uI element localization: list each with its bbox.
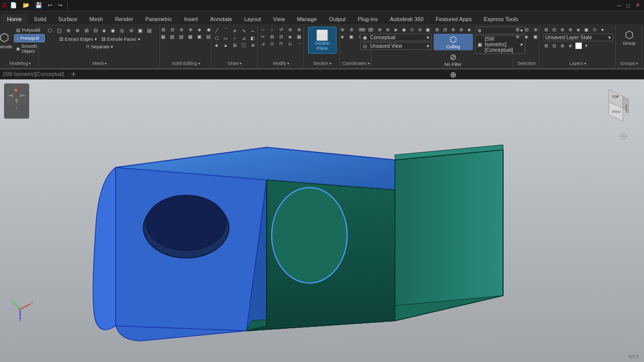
- solid-edit-btn-8[interactable]: ▧: [169, 34, 177, 40]
- draw-btn-9[interactable]: ⊿: [240, 35, 248, 41]
- section-plane-button[interactable]: ⬜ Section Plane: [308, 27, 337, 54]
- solid-edit-btn-11[interactable]: ▣: [196, 34, 204, 40]
- solid-edit-btn-2[interactable]: ⊟: [169, 27, 177, 33]
- mod-btn-14[interactable]: ⊔: [286, 41, 294, 47]
- draw-panel-label[interactable]: Draw: [228, 60, 242, 66]
- view-icon-14[interactable]: ◈: [466, 27, 473, 33]
- coord-btn-6[interactable]: ▣: [348, 34, 356, 40]
- draw-btn-12[interactable]: ▲: [222, 42, 230, 48]
- tab-solid[interactable]: Solid: [28, 14, 52, 24]
- solid-editing-panel-label[interactable]: Solid Editing: [172, 60, 200, 66]
- mesh-icon-7[interactable]: ◈: [100, 27, 108, 34]
- mod-btn-9[interactable]: ◈: [286, 34, 294, 40]
- layer-icon-7[interactable]: ⊙: [591, 27, 598, 33]
- section-panel-label[interactable]: Section: [313, 60, 331, 66]
- tab-autodesk360[interactable]: Autodesk 360: [384, 14, 430, 24]
- extrude-button[interactable]: ⬡ Extrude: [0, 28, 13, 54]
- mod-btn-15[interactable]: ⋯: [295, 41, 303, 47]
- unsaved-view-dropdown[interactable]: ◎ Unsaved View ▾: [360, 42, 432, 50]
- mesh-icon-2[interactable]: ◫: [55, 27, 63, 34]
- mod-btn-5[interactable]: ⊗: [295, 27, 303, 33]
- mesh-icon-10[interactable]: ⊜: [127, 27, 135, 34]
- no-filter-button[interactable]: ⊘ No Filter: [434, 51, 473, 68]
- view-icon-4[interactable]: ⊗: [384, 27, 391, 33]
- mod-btn-7[interactable]: ⊞: [268, 34, 276, 40]
- layer-icon-5[interactable]: ◈: [575, 27, 582, 33]
- tab-surface[interactable]: Surface: [52, 14, 84, 24]
- solid-edit-btn-12[interactable]: ▤: [205, 34, 213, 40]
- extract-edges-button[interactable]: ⚄ Extract Edges ▾: [57, 36, 99, 43]
- draw-btn-2[interactable]: ⌒: [222, 27, 230, 34]
- nav-icon[interactable]: ✛: [71, 71, 76, 78]
- mod-btn-10[interactable]: ▦: [295, 34, 303, 40]
- sel-btn-2[interactable]: ⊟: [523, 27, 531, 33]
- mod-btn-3[interactable]: ↺: [277, 27, 285, 33]
- qat-btn-open[interactable]: 📂: [21, 2, 32, 9]
- mod-btn-1[interactable]: ↔: [259, 27, 267, 33]
- viewport[interactable]: X Y Z N ↑ TOP RG: [0, 79, 644, 362]
- sel-btn-3[interactable]: ⊕: [532, 27, 540, 33]
- tab-featured[interactable]: Featured Apps: [430, 14, 478, 24]
- tab-express[interactable]: Express Tools: [478, 14, 524, 24]
- mesh-icon-6[interactable]: ⊟: [92, 27, 100, 34]
- layer-color-expand[interactable]: ▾: [583, 43, 590, 49]
- draw-btn-13[interactable]: ⊞: [231, 42, 239, 48]
- draw-btn-15[interactable]: ⊗: [249, 42, 257, 48]
- view-icon-8[interactable]: ⊜: [417, 27, 424, 33]
- view-icon-11[interactable]: ⊟: [442, 27, 449, 33]
- modeling-panel-label[interactable]: Modeling: [10, 60, 31, 66]
- tab-mesh[interactable]: Mesh: [84, 14, 109, 24]
- tab-parametric[interactable]: Parametric: [139, 14, 178, 24]
- culling-button[interactable]: ⬡ Culling: [434, 34, 473, 50]
- draw-btn-8[interactable]: ○: [231, 35, 239, 41]
- qat-btn-undo[interactable]: ↩: [46, 2, 54, 9]
- layer-icon-12[interactable]: ⊗: [567, 43, 574, 49]
- nav-wheel[interactable]: ⊕: [619, 130, 628, 143]
- modify-panel-label[interactable]: Modify: [273, 60, 289, 66]
- layer-icon-3[interactable]: ⊕: [559, 27, 566, 33]
- mod-btn-2[interactable]: ↕: [268, 27, 276, 33]
- view-icon-9[interactable]: ▣: [425, 27, 432, 33]
- mesh-panel-label[interactable]: Mesh: [93, 60, 107, 66]
- tab-home[interactable]: Home: [1, 14, 28, 24]
- draw-btn-14[interactable]: ⬛: [240, 42, 248, 48]
- mesh-icon-5[interactable]: ⊞: [83, 27, 91, 34]
- coord-btn-5[interactable]: ◈: [339, 34, 347, 40]
- mesh-icon-12[interactable]: ▤: [145, 27, 153, 34]
- solid-edit-btn-1[interactable]: ⊞: [159, 27, 168, 33]
- solid-edit-btn-5[interactable]: ◈: [196, 27, 204, 33]
- layer-icon-8[interactable]: ●: [599, 27, 606, 33]
- solid-edit-btn-4[interactable]: ⊗: [187, 27, 195, 33]
- tab-output[interactable]: Output: [323, 14, 352, 24]
- layer-state-dropdown[interactable]: Unsaved Layer State ▾: [543, 34, 613, 41]
- solid-edit-btn-6[interactable]: ◉: [205, 27, 213, 33]
- draw-btn-3[interactable]: ⌀: [231, 27, 239, 34]
- mod-btn-11[interactable]: ⊿: [259, 41, 267, 47]
- qat-btn-save[interactable]: 💾: [33, 2, 44, 9]
- layer-icon-2[interactable]: ⊟: [551, 27, 558, 33]
- draw-btn-1[interactable]: ╱: [213, 27, 221, 34]
- sel-btn-1[interactable]: ⊞: [514, 27, 522, 33]
- qat-btn-redo[interactable]: ↪: [56, 2, 64, 9]
- view-icon-13[interactable]: ⊗: [458, 27, 465, 33]
- solid-edit-btn-10[interactable]: ▩: [187, 34, 195, 40]
- tab-manage[interactable]: Manage: [291, 14, 323, 24]
- tab-layout[interactable]: Layout: [238, 14, 267, 24]
- solid-edit-btn-7[interactable]: ▦: [159, 34, 168, 40]
- view-icon-7[interactable]: ⊙: [409, 27, 416, 33]
- sel-btn-6[interactable]: ▣: [532, 34, 540, 40]
- layer-icon-1[interactable]: ⊞: [543, 27, 550, 33]
- draw-btn-10[interactable]: ◧: [249, 35, 257, 41]
- groups-panel-label[interactable]: Groups: [620, 60, 638, 66]
- mesh-icon-3[interactable]: ⊕: [64, 27, 72, 34]
- sel-btn-4[interactable]: ⊗: [514, 34, 522, 40]
- layer-icon-11[interactable]: ⊕: [559, 43, 566, 49]
- view-icon-3[interactable]: ⊕: [376, 27, 383, 33]
- mesh-icon-8[interactable]: ◉: [109, 27, 117, 34]
- view-icon-5[interactable]: ◈: [392, 27, 399, 33]
- mod-btn-6[interactable]: ✂: [259, 34, 267, 40]
- coord-btn-2[interactable]: ⊗: [348, 27, 356, 33]
- conceptual-dropdown[interactable]: ◉ Conceptual ▾: [360, 34, 432, 41]
- view-icon-12[interactable]: ⊕: [450, 27, 457, 33]
- viewcube[interactable]: TOP RGHT FRNT: [589, 87, 629, 127]
